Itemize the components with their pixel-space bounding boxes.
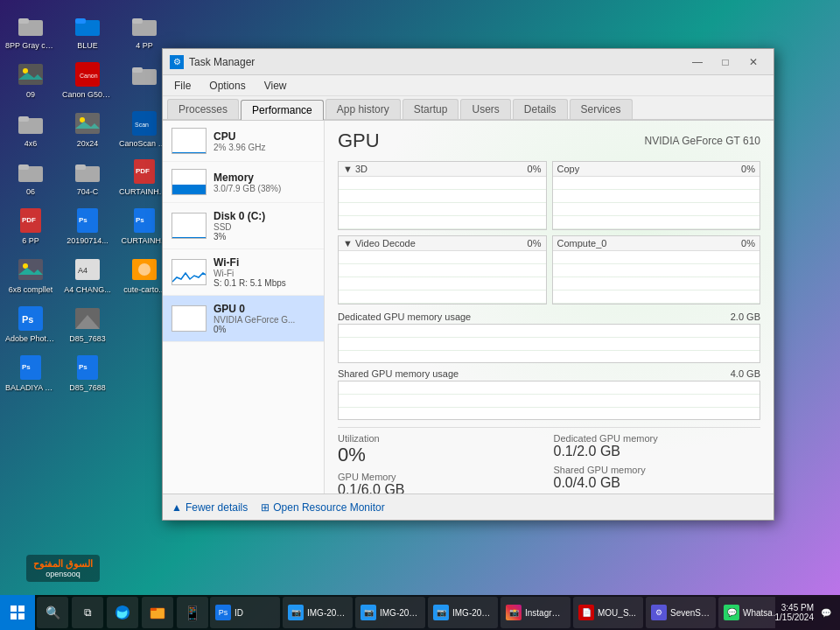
device-memory[interactable]: Memory 3.0/7.9 GB (38%) — [163, 162, 324, 203]
maximize-button[interactable]: □ — [712, 53, 738, 71]
svg-point-38 — [138, 263, 150, 276]
desktop-icon-20x24[interactable]: 20x24 — [61, 107, 114, 151]
image-icon — [74, 109, 102, 137]
taskbar-time: 3:45 PM 1/15/2024 — [775, 603, 815, 622]
desktop-icon-4pp[interactable]: 4 PP — [118, 9, 171, 53]
tb-prog-mou[interactable]: 📄 MOU_S... — [573, 597, 643, 628]
svg-rect-32 — [18, 259, 43, 280]
desktop-icon-a4-chang[interactable]: A4 A4 CHANG... — [61, 253, 114, 298]
tb-prog-img3[interactable]: 📷 IMG-2024... — [428, 597, 498, 628]
desktop-icon-06[interactable]: 06 — [4, 155, 57, 200]
image-icon — [130, 256, 158, 284]
taskbar-right: 3:45 PM 1/15/2024 💬 — [775, 603, 841, 622]
utilization-stat: Utilization 0% — [338, 433, 545, 466]
wifi-speed: S: 0.1 R: 5.1 Mbps — [214, 278, 315, 288]
wifi-type: Wi-Fi — [214, 269, 315, 278]
fewer-details-button[interactable]: ▲ Fewer details — [172, 501, 248, 514]
cpu-info: CPU 2% 3.96 GHz — [214, 130, 315, 152]
tab-details[interactable]: Details — [513, 99, 568, 119]
desktop-icon-6x8[interactable]: 6x8 compllet — [4, 253, 57, 298]
icon-label: A4 CHANG... — [64, 285, 111, 295]
tab-users[interactable]: Users — [460, 99, 510, 119]
desktop-icon-09[interactable]: 09 — [4, 58, 57, 102]
start-button[interactable] — [0, 595, 35, 630]
cpu-name: CPU — [214, 130, 315, 143]
ps-icon: Ps — [17, 304, 45, 332]
tb-prog-sevensprint[interactable]: ⚙ SevenSpri... — [646, 597, 716, 628]
desktop-icons-area: 8PP Gray copy BLUE 4 PP 09 — [0, 4, 153, 399]
opensooq-logo-area: السوق المفتوح opensooq — [26, 555, 100, 582]
desktop-icon-d85-7688[interactable]: Ps D85_7688 — [61, 351, 114, 396]
tb-prog-img2[interactable]: 📷 IMG-2024... — [355, 597, 425, 628]
memory-name: Memory — [214, 172, 315, 184]
desktop-icon-20190714[interactable]: Ps 20190714... — [61, 204, 114, 248]
disk-percent: 3% — [214, 232, 315, 242]
taskbar-programs: Ps ID 📷 IMG-2024... 📷 IMG-2024... 📷 IMG-… — [210, 597, 775, 628]
gpu-model: NVIDIA GeForce GT 610 — [645, 135, 761, 147]
device-cpu[interactable]: CPU 2% 3.96 GHz — [163, 121, 324, 162]
task-view-button[interactable]: ⧉ — [72, 597, 103, 628]
edge-taskbar[interactable] — [107, 597, 138, 628]
desktop-icon-gray-copy[interactable]: 8PP Gray copy — [4, 9, 57, 53]
icon-label: 06 — [26, 187, 35, 197]
device-wifi[interactable]: Wi-Fi Wi-Fi S: 0.1 R: 5.1 Mbps — [163, 249, 324, 296]
desktop-icon-704c[interactable]: 704-C — [61, 155, 114, 200]
explorer-taskbar[interactable] — [142, 597, 173, 628]
menu-view[interactable]: View — [257, 78, 294, 94]
device-disk[interactable]: Disk 0 (C:) SSD 3% — [163, 203, 324, 249]
whatsapp-taskbar[interactable]: 📱 — [177, 597, 208, 628]
desktop-icon-6pp-pdf[interactable]: PDF 6 PP — [4, 204, 57, 248]
icon-label: Canon G500 series HTT... — [62, 90, 113, 100]
folder-icon — [130, 60, 158, 88]
graph-compute-area — [553, 251, 760, 304]
svg-rect-3 — [75, 18, 86, 24]
desktop-icon-blue[interactable]: BLUE — [61, 9, 114, 53]
tb-prog-instagram[interactable]: 📸 Instagram (1) — [500, 597, 570, 628]
dedicated-memory-section: Dedicated GPU memory usage 2.0 GB — [338, 312, 760, 363]
window-title: Task Manager — [189, 56, 684, 68]
open-resource-monitor-button[interactable]: ⊞ Open Resource Monitor — [261, 501, 384, 514]
memory-info: Memory 3.0/7.9 GB (38%) — [214, 172, 315, 193]
task-manager-window: ⚙ Task Manager — □ ✕ File Options View P… — [162, 48, 774, 521]
image-icon — [17, 60, 45, 88]
svg-text:A4: A4 — [78, 266, 88, 275]
svg-rect-21 — [18, 164, 29, 170]
icon-label: 6 PP — [22, 236, 39, 246]
icon-label: BLUE — [77, 41, 98, 51]
svg-rect-14 — [18, 116, 29, 122]
tab-processes[interactable]: Processes — [167, 99, 239, 119]
tb-prog-img1[interactable]: 📷 IMG-2024... — [283, 597, 353, 628]
icon-label: BALADIYA SIZE PP — [5, 383, 56, 393]
desktop-icon-d85-7683[interactable]: D85_7683 — [61, 302, 114, 346]
tb-prog-psd[interactable]: Ps ID — [210, 597, 280, 628]
tab-app-history[interactable]: App history — [326, 99, 401, 119]
close-button[interactable]: ✕ — [740, 53, 766, 71]
wifi-name: Wi-Fi — [214, 256, 315, 269]
svg-rect-49 — [10, 613, 17, 620]
svg-rect-48 — [18, 606, 24, 612]
desktop-icon-baladiya[interactable]: Ps BALADIYA SIZE PP — [4, 351, 57, 396]
desktop-icon-photoshop[interactable]: Ps Adobe Photosh... — [4, 302, 57, 346]
notification-icon[interactable]: 💬 — [821, 608, 831, 618]
tab-startup[interactable]: Startup — [402, 99, 459, 119]
icon-label: 704-C — [77, 187, 99, 197]
search-taskbar[interactable]: 🔍 — [37, 597, 68, 628]
device-gpu[interactable]: GPU 0 NVIDIA GeForce G... 0% — [163, 296, 324, 342]
tab-services[interactable]: Services — [570, 99, 633, 119]
tab-performance[interactable]: Performance — [241, 100, 324, 120]
cpu-mini-graph — [172, 128, 206, 154]
psd-icon: Ps — [130, 206, 158, 234]
graph-copy: Copy 0% — [552, 161, 761, 230]
menu-options[interactable]: Options — [202, 78, 252, 94]
icon-label: D85_7688 — [69, 383, 106, 393]
desktop-icon-canon[interactable]: Canon Canon G500 series HTT... — [61, 58, 114, 102]
tb-prog-whatsapp[interactable]: 💬 Whatsapp Image 20... — [718, 597, 775, 628]
folder-icon — [74, 158, 102, 186]
folder-icon — [17, 109, 45, 137]
minimize-button[interactable]: — — [684, 53, 710, 71]
svg-text:Ps: Ps — [22, 363, 31, 371]
desktop-icon-4x6[interactable]: 4x6 — [4, 107, 57, 151]
svg-rect-47 — [10, 606, 17, 612]
menu-file[interactable]: File — [167, 78, 198, 94]
svg-text:Ps: Ps — [136, 216, 144, 224]
